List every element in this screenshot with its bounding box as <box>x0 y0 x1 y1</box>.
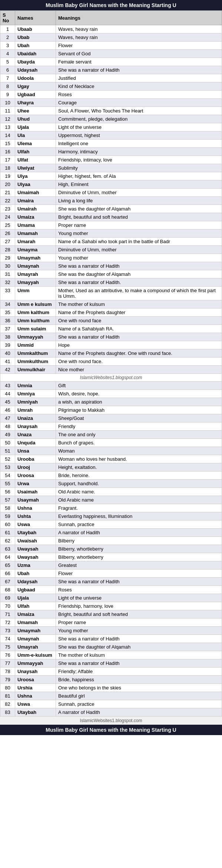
footer-title: Muslim Baby Girl Names with the Meaning … <box>46 727 176 733</box>
cell-sno: 50 <box>0 439 15 447</box>
cell-name: Uwaysah <box>15 553 56 561</box>
cell-sno: 2 <box>0 33 15 42</box>
table-row: 3UbahFlower <box>0 42 222 50</box>
cell-sno: 41 <box>0 358 15 366</box>
cell-name: Usaimah <box>15 488 56 496</box>
table-row: 49UnazaThe one and only <box>0 431 222 439</box>
cell-name: Udoola <box>15 74 56 82</box>
cell-sno: 76 <box>0 651 15 659</box>
cell-sno: 83 <box>0 708 15 717</box>
cell-sno: 55 <box>0 480 15 488</box>
table-header-row: S No Names Meanings <box>0 11 222 25</box>
table-row: 4UbaidahServant of God <box>0 50 222 58</box>
table-row: 35Umm kalthumName of the Prophets daught… <box>0 309 222 317</box>
cell-sno: 26 <box>0 229 15 238</box>
table-row: 38UmmayyahShe was a narrator of Hadith <box>0 333 222 341</box>
cell-meaning: She was a narrator of Hadith <box>56 262 222 270</box>
table-row: 67UdaysahShe was a narrator of Hadith <box>0 578 222 586</box>
table-row: 58UshnaFragrant. <box>0 504 222 512</box>
header-title: Muslim Baby Girl Names with the Meaning … <box>46 2 176 8</box>
cell-sno: 48 <box>0 422 15 431</box>
cell-name: Ubayda <box>15 58 56 66</box>
cell-sno: 46 <box>0 406 15 414</box>
cell-meaning: Friendship, intimacy, love <box>56 156 222 164</box>
cell-name: Unaysah <box>15 422 56 431</box>
table-row: 42UmmulkhairNice mother <box>0 366 222 374</box>
table-row: 66UbahFlower <box>0 570 222 578</box>
table-row: 39UmmidHope <box>0 341 222 349</box>
cell-meaning: Diminutive of Umm, mother <box>56 189 222 197</box>
table-row: 19UlyaHigher, highest, fem. of Ala <box>0 172 222 180</box>
cell-name: Umaynah <box>15 262 56 270</box>
table-row: 45Umniyaha wish, an aspiration <box>0 398 222 406</box>
cell-meaning: Bilberry, whortleberry <box>56 545 222 553</box>
cell-sno: 43 <box>0 382 15 390</box>
cell-meaning: Nice mother <box>56 366 222 374</box>
cell-meaning: Diminutive of Umm, mother <box>56 246 222 254</box>
cell-sno: 14 <box>0 131 15 140</box>
table-row: 83UtaybahA narrator of Hadith <box>0 708 222 717</box>
cell-sno: 61 <box>0 529 15 537</box>
cell-meaning: Justified <box>56 74 222 82</box>
cell-sno: 58 <box>0 504 15 512</box>
table-row: 52UroobaWoman who loves her husband. <box>0 455 222 463</box>
cell-sno: 7 <box>0 74 15 82</box>
cell-name: Udaysah <box>15 66 56 74</box>
table-row: 50UnqudaBunch of grapes. <box>0 439 222 447</box>
cell-sno: 56 <box>0 488 15 496</box>
cell-meaning: Support, handhold. <box>56 480 222 488</box>
cell-sno: 74 <box>0 635 15 643</box>
cell-meaning: Bride, happiness <box>56 676 222 684</box>
cell-name: Umniya <box>15 390 56 398</box>
cell-meaning: She was the daughter of Alqamah <box>56 643 222 651</box>
cell-name: Umaiza <box>15 610 56 619</box>
cell-meaning: Waves, heavy rain <box>56 25 222 33</box>
cell-sno: 63 <box>0 545 15 553</box>
cell-sno: 81 <box>0 692 15 700</box>
cell-meaning: Soul, A Flower, Who Touches The Heart <box>56 107 222 115</box>
cell-sno: 82 <box>0 700 15 708</box>
cell-name: Ummulkhair <box>15 366 56 374</box>
cell-name: Usaymah <box>15 496 56 504</box>
cell-meaning: Sunnah, practice <box>56 700 222 708</box>
table-row: 70UlfahFriendship, harmony, love <box>0 602 222 610</box>
table-row: 64UwaysahBilberry, whortleberry <box>0 553 222 561</box>
cell-name: Ulfah <box>15 148 56 156</box>
cell-name: Urwa <box>15 480 56 488</box>
cell-sno: 31 <box>0 270 15 278</box>
cell-meaning: Friendly; Affable <box>56 668 222 676</box>
table-row: 65UzmaGreatest <box>0 561 222 570</box>
cell-name: Utaybah <box>15 529 56 537</box>
cell-sno: 38 <box>0 333 15 341</box>
cell-sno: 16 <box>0 148 15 156</box>
cell-sno: 45 <box>0 398 15 406</box>
cell-sno: 25 <box>0 221 15 229</box>
table-row: 25UmamaProper name <box>0 221 222 229</box>
cell-name: Uwaisah <box>15 537 56 545</box>
cell-meaning: The mother of kulsum <box>56 651 222 659</box>
table-row: 80UrshiaOne who belongs in the skies <box>0 684 222 692</box>
cell-sno: 52 <box>0 455 15 463</box>
cell-meaning: Bright, beautiful and soft hearted <box>56 610 222 619</box>
table-row: 16UlfahHarmony, intimacy <box>0 148 222 156</box>
cell-name: Ummkalthum <box>15 349 56 358</box>
table-row: 14UlaUppermost, highest <box>0 131 222 140</box>
cell-sno: 10 <box>0 99 15 107</box>
cell-name: Umm <box>15 287 56 300</box>
cell-sno: 70 <box>0 602 15 610</box>
table-row: 48UnaysahFriendly <box>0 422 222 431</box>
cell-meaning: She was a narrator of Hadith <box>56 659 222 668</box>
cell-meaning: Old Arabic name. <box>56 488 222 496</box>
table-row: 29UmaymahYoung mother <box>0 254 222 262</box>
cell-sno: 33 <box>0 287 15 300</box>
cell-name: Unquda <box>15 439 56 447</box>
table-row: 51UnsaWoman <box>0 447 222 455</box>
cell-sno: 49 <box>0 431 15 439</box>
cell-name: Ula <box>15 131 56 140</box>
cell-name: Ummid <box>15 341 56 349</box>
cell-sno: 29 <box>0 254 15 262</box>
table-row: 44UmniyaWish, desire, hope. <box>0 390 222 398</box>
cell-sno: 51 <box>0 447 15 455</box>
cell-name: Urooba <box>15 455 56 463</box>
cell-name: Ubaab <box>15 25 56 33</box>
